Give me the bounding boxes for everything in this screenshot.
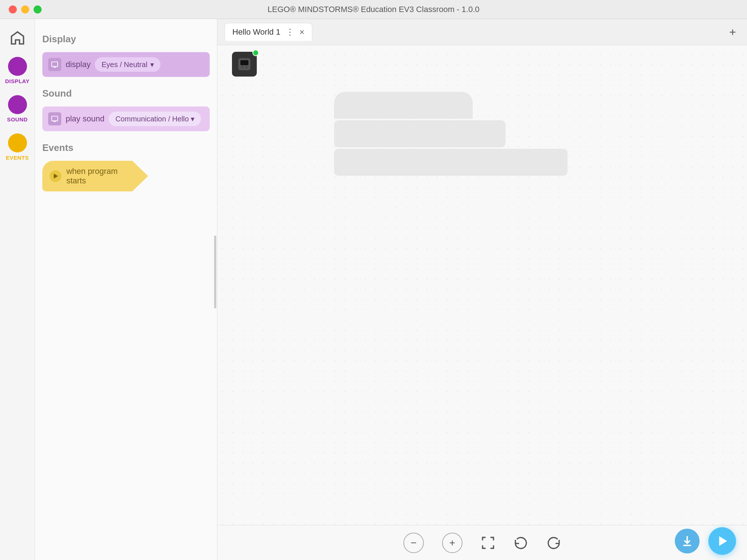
sidebar-item-display[interactable]: DISPLAY xyxy=(3,53,32,88)
display-block[interactable]: display Eyes / Neutral ▾ xyxy=(42,52,210,77)
window-controls xyxy=(9,5,42,13)
sound-block-icon xyxy=(48,112,61,125)
events-block-wrapper: when program starts xyxy=(42,161,210,191)
events-play-icon xyxy=(50,170,61,182)
svg-rect-10 xyxy=(241,66,244,69)
tab-menu-icon[interactable]: ⋮ xyxy=(286,27,294,37)
tab-close-icon[interactable]: × xyxy=(299,27,305,37)
svg-rect-11 xyxy=(245,66,248,69)
events-nav-label: EVENTS xyxy=(6,155,29,161)
ghost-block-display[interactable] xyxy=(334,120,506,147)
close-button[interactable] xyxy=(9,5,17,13)
home-icon xyxy=(9,30,26,46)
zoom-in-button[interactable]: + xyxy=(442,533,462,553)
blocks-panel: Display display Eyes / Neutral ▾ Sound xyxy=(35,19,217,560)
events-block[interactable]: when program starts xyxy=(42,161,148,191)
svg-marker-6 xyxy=(54,174,58,179)
sound-nav-label: SOUND xyxy=(7,116,28,122)
events-nav-circle xyxy=(8,133,27,152)
bottom-toolbar: − + xyxy=(217,525,747,560)
display-nav-label: DISPLAY xyxy=(5,78,30,84)
svg-rect-3 xyxy=(52,116,58,121)
zoom-out-button[interactable]: − xyxy=(403,533,424,553)
minimize-button[interactable] xyxy=(21,5,29,13)
zoom-out-icon: − xyxy=(411,537,417,549)
display-block-icon xyxy=(48,58,61,71)
tab-hello-world[interactable]: Hello World 1 ⋮ × xyxy=(225,23,312,41)
undo-button[interactable] xyxy=(514,536,528,550)
maximize-button[interactable] xyxy=(34,5,42,13)
svg-marker-12 xyxy=(719,536,727,546)
panel-scrollbar[interactable] xyxy=(214,236,216,308)
display-dropdown[interactable]: Eyes / Neutral ▾ xyxy=(95,57,160,72)
display-block-label: display xyxy=(66,60,90,69)
canvas-blocks xyxy=(334,92,568,177)
fit-button[interactable] xyxy=(481,536,495,550)
display-dropdown-arrow: ▾ xyxy=(150,60,154,69)
events-block-label: when program starts xyxy=(66,167,139,186)
sound-block-label: play sound xyxy=(66,114,104,124)
display-nav-circle xyxy=(8,57,27,76)
zoom-in-icon: + xyxy=(449,537,455,549)
sound-section-title: Sound xyxy=(42,88,210,99)
redo-button[interactable] xyxy=(546,536,561,550)
sound-dropdown-value: Communication / Hello xyxy=(115,115,189,123)
sound-dropdown-arrow: ▾ xyxy=(191,115,194,123)
sound-dropdown[interactable]: Communication / Hello ▾ xyxy=(109,112,201,126)
download-button[interactable] xyxy=(675,529,700,553)
sidebar-item-sound[interactable]: SOUND xyxy=(3,92,32,126)
canvas-area[interactable]: Hello World 1 ⋮ × + xyxy=(217,19,747,560)
svg-rect-9 xyxy=(240,60,248,65)
ev3-device[interactable] xyxy=(232,52,257,77)
main-layout: DISPLAY SOUND EVENTS Display xyxy=(0,19,747,560)
sidebar-item-home[interactable] xyxy=(3,26,32,50)
ghost-block-sound[interactable] xyxy=(334,149,568,176)
play-button[interactable] xyxy=(708,527,736,555)
add-tab-button[interactable]: + xyxy=(729,25,736,39)
sound-block-wrapper: play sound Communication / Hello ▾ xyxy=(42,106,210,131)
display-section-title: Display xyxy=(42,34,210,45)
tab-bar: Hello World 1 ⋮ × + xyxy=(217,19,747,45)
nav-sidebar: DISPLAY SOUND EVENTS xyxy=(0,19,35,560)
titlebar: LEGO® MINDSTORMS® Education EV3 Classroo… xyxy=(0,0,747,19)
sidebar-item-events[interactable]: EVENTS xyxy=(3,130,32,164)
ghost-block-events[interactable] xyxy=(334,92,473,119)
sound-nav-circle xyxy=(8,95,27,114)
ev3-connection-indicator xyxy=(252,50,259,56)
display-dropdown-value: Eyes / Neutral xyxy=(101,61,147,69)
display-block-wrapper: display Eyes / Neutral ▾ xyxy=(42,52,210,77)
tab-name: Hello World 1 xyxy=(232,27,280,37)
app-title: LEGO® MINDSTORMS® Education EV3 Classroo… xyxy=(268,5,480,14)
svg-rect-0 xyxy=(52,62,58,67)
sound-block[interactable]: play sound Communication / Hello ▾ xyxy=(42,106,210,131)
events-section-title: Events xyxy=(42,142,210,153)
